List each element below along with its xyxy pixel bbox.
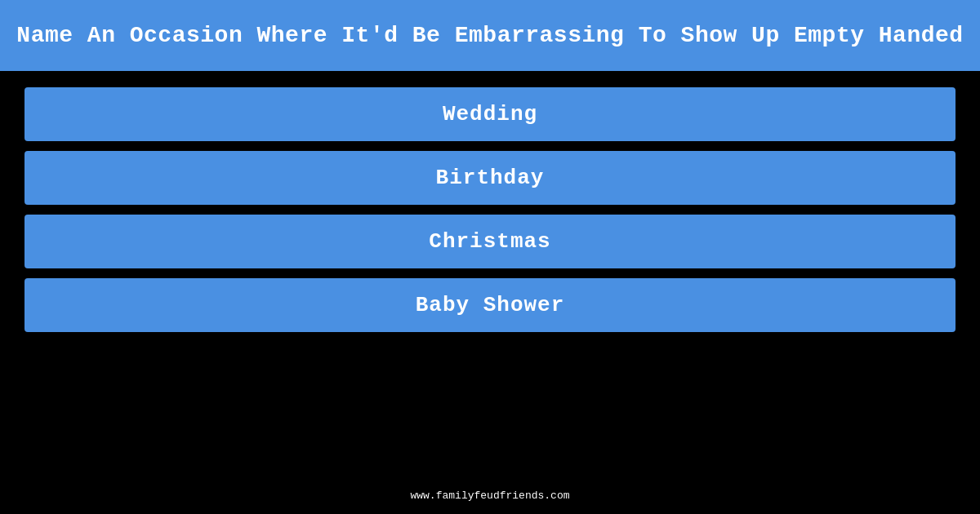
- answer-row-3[interactable]: Baby Shower: [24, 278, 956, 332]
- answer-row-2[interactable]: Christmas: [24, 215, 956, 268]
- answers-container: WeddingBirthdayChristmasBaby Shower: [0, 71, 980, 480]
- footer: www.familyfeudfriends.com: [0, 480, 980, 514]
- answer-text-3: Baby Shower: [416, 293, 565, 317]
- answer-text-0: Wedding: [443, 102, 537, 126]
- answer-row-1[interactable]: Birthday: [24, 151, 956, 205]
- answer-row-0[interactable]: Wedding: [24, 87, 956, 141]
- question-header: Name An Occasion Where It'd Be Embarrass…: [0, 0, 980, 71]
- answer-text-1: Birthday: [436, 166, 545, 190]
- answer-text-2: Christmas: [429, 229, 550, 254]
- question-title: Name An Occasion Where It'd Be Embarrass…: [16, 23, 963, 48]
- footer-url: www.familyfeudfriends.com: [410, 490, 569, 502]
